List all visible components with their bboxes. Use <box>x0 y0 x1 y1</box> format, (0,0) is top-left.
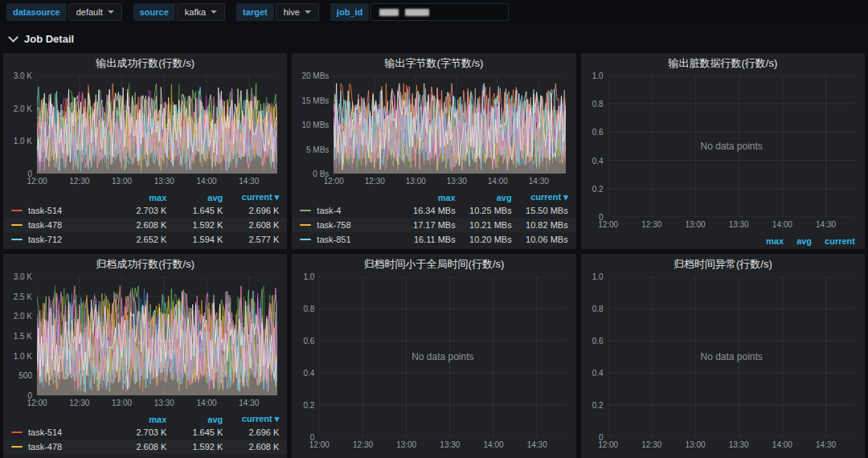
no-data-text: No data points <box>700 141 762 152</box>
legend-body: task-416.34 MBs10.25 MBs15.50 MBstask-75… <box>292 203 575 247</box>
x-axis-tick: 13:30 <box>154 177 174 186</box>
legend-series-name[interactable]: task-4 <box>317 206 399 215</box>
x-axis-tick: 14:00 <box>772 220 792 229</box>
chart-plot-area[interactable] <box>37 276 277 395</box>
y-axis-tick: 3.0 K <box>6 272 32 281</box>
job-id-input[interactable] <box>371 3 509 21</box>
redacted-text-block <box>379 9 399 16</box>
legend-series-value: 2.608 K <box>110 442 166 452</box>
panel-title[interactable]: 输出脏数据行数(行数/s) <box>581 53 865 74</box>
legend-header-current[interactable]: current <box>825 236 855 246</box>
var-job-id-label: job_id <box>330 3 369 21</box>
x-axis-tick: 13:00 <box>685 220 705 229</box>
legend-header-max[interactable]: max <box>399 193 456 202</box>
y-axis-tick: 1.5 K <box>6 332 32 341</box>
legend-header-max[interactable]: max <box>110 415 166 424</box>
legend-series-value: 10.06 MBs <box>512 235 568 244</box>
var-datasource-select[interactable]: default <box>68 3 122 21</box>
legend-series-value: 2.608 K <box>223 220 279 230</box>
legend-header-avg[interactable]: avg <box>456 193 512 202</box>
legend-header: maxavgcurrent ▾ <box>292 190 575 203</box>
x-axis-tick: 12:30 <box>641 220 661 229</box>
x-axis-tick: 14:00 <box>197 177 217 186</box>
var-datasource: datasource default <box>6 3 122 21</box>
x-axis-tick: 14:30 <box>529 177 549 186</box>
var-datasource-value: default <box>76 7 103 17</box>
panel-output-dirty-rows: 输出脏数据行数(行数/s)1.00.80.60.40.20No data poi… <box>581 53 865 249</box>
legend-series-value: 15.50 MBs <box>512 206 568 215</box>
y-axis-tick: 0.8 <box>584 305 604 313</box>
legend-series-value: 16.11 MBs <box>399 235 456 244</box>
panel-title[interactable]: 归档成功行数(行数/s) <box>3 254 287 275</box>
legend-body: task-5142.703 K1.645 K2.696 Ktask-4782.6… <box>3 203 287 247</box>
var-job-id: job_id <box>330 3 509 21</box>
legend-header-current[interactable]: current ▾ <box>512 192 568 202</box>
x-axis-tick: 12:00 <box>598 220 618 229</box>
legend-series-name[interactable]: task-712 <box>28 235 110 244</box>
y-axis-tick: 1.0 <box>584 72 604 80</box>
x-axis-tick: 12:00 <box>27 399 47 407</box>
legend-series-name[interactable]: task-514 <box>28 206 110 215</box>
y-axis-tick: 0.4 <box>584 156 604 165</box>
no-data-text: No data points <box>700 351 762 362</box>
legend-series-value: 10.25 MBs <box>456 206 512 215</box>
legend-series-value: 10.20 MBs <box>456 235 512 244</box>
y-axis-tick: 0.6 <box>584 337 604 346</box>
legend-series-name[interactable]: task-478 <box>28 220 110 230</box>
legend-series-value: 1.645 K <box>166 427 223 437</box>
legend-header-avg[interactable]: avg <box>796 236 812 246</box>
x-axis-tick: 13:30 <box>729 440 749 449</box>
legend-series-name[interactable]: task-514 <box>28 427 110 437</box>
legend-series-value: 2.703 K <box>110 427 166 437</box>
legend-series-value: 2.703 K <box>110 206 166 215</box>
legend-series-name[interactable]: task-851 <box>317 235 399 244</box>
y-axis-tick: 0.2 <box>584 401 604 410</box>
y-axis-tick: 1.0 <box>584 272 604 281</box>
legend-series-name[interactable]: task-478 <box>28 442 110 452</box>
var-datasource-label: datasource <box>6 3 67 21</box>
y-axis-tick: 10 MBs <box>295 121 329 129</box>
redacted-text-block <box>405 9 429 16</box>
series-color-marker <box>11 239 23 240</box>
legend-header-current[interactable]: current ▾ <box>223 192 279 202</box>
series-color-marker <box>11 210 23 211</box>
var-source-select[interactable]: kafka <box>177 3 225 21</box>
legend-series-value: 1.645 K <box>166 206 223 215</box>
panel-archive-time-abnormal: 归档时间异常(行数/s)1.00.80.60.40.20No data poin… <box>581 254 865 458</box>
legend-series-value: 2.652 K <box>110 235 166 244</box>
legend-series-row: task-4782.608 K1.592 K2.608 K <box>3 440 287 454</box>
legend-header-avg[interactable]: avg <box>166 415 223 424</box>
legend-header-current[interactable]: current ▾ <box>223 414 279 424</box>
chart-plot-area[interactable] <box>37 76 277 174</box>
panel-title[interactable]: 输出成功行数(行数/s) <box>3 53 287 74</box>
legend-header-max[interactable]: max <box>766 236 784 246</box>
panel-title[interactable]: 归档时间小于全局时间(行数/s) <box>292 254 575 275</box>
legend-header-max[interactable]: max <box>110 193 166 202</box>
panel-title[interactable]: 归档时间异常(行数/s) <box>581 254 865 275</box>
panel-output-bytes: 输出字节数(字节数/s)20 MBs15 MBs10 MBs5 MBs0 Bs1… <box>292 53 575 249</box>
y-axis-tick: 0.6 <box>584 128 604 137</box>
y-axis-tick: 2.5 K <box>6 292 32 301</box>
panel-title[interactable]: 输出字节数(字节数/s) <box>292 53 575 74</box>
panel-archive-success-rows: 归档成功行数(行数/s)3.0 K2.5 K2.0 K1.5 K1.0 K500… <box>3 254 287 458</box>
y-axis-tick: 0.2 <box>584 184 604 193</box>
legend-series-value: 2.608 K <box>223 442 279 452</box>
chevron-down-icon <box>305 10 311 17</box>
y-axis-tick: 500 <box>6 371 32 380</box>
legend-header-avg[interactable]: avg <box>166 193 223 202</box>
chevron-down-icon <box>8 32 18 43</box>
chart-area: 1.00.80.60.40.20No data points12:0012:30… <box>584 276 862 452</box>
y-axis-tick: 0.8 <box>295 305 314 313</box>
row-title: Job Detail <box>24 33 74 45</box>
legend-series-name[interactable]: task-758 <box>317 220 399 230</box>
y-axis-tick: 2.0 K <box>6 104 32 112</box>
chart-plot-area[interactable] <box>334 76 566 174</box>
row-job-detail-toggle[interactable]: Job Detail <box>0 24 868 53</box>
series-color-marker <box>11 446 23 448</box>
legend-series-value: 10.82 MBs <box>512 220 568 230</box>
dashboard-grid: 输出成功行数(行数/s)3.0 K2.0 K1.0 K012:0012:3013… <box>0 53 868 458</box>
x-axis-tick: 12:30 <box>69 399 89 407</box>
var-target-select[interactable]: hive <box>276 3 319 21</box>
y-axis-tick: 1.0 K <box>6 351 32 360</box>
var-source-label: source <box>133 3 175 21</box>
